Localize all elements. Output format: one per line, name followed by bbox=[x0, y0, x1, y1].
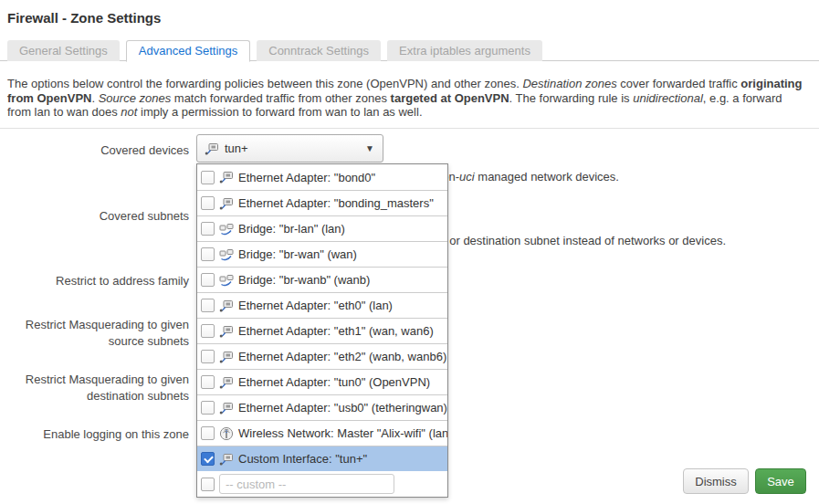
tab-advanced[interactable]: Advanced Settings bbox=[126, 40, 250, 62]
ethernet-icon bbox=[219, 401, 234, 415]
device-option[interactable]: Ethernet Adapter: "bond0" bbox=[197, 164, 447, 190]
device-option[interactable]: Ethernet Adapter: "eth1" (wan, wan6) bbox=[197, 318, 447, 343]
device-checkbox[interactable] bbox=[201, 247, 215, 261]
tab-general[interactable]: General Settings bbox=[7, 40, 120, 61]
device-option[interactable]: Ethernet Adapter: "eth2" (wanb, wanb6) bbox=[197, 343, 447, 369]
intro-text: The options below control the forwarding… bbox=[7, 77, 809, 120]
device-option[interactable]: Ethernet Adapter: "tun0" (OpenVPN) bbox=[197, 369, 447, 394]
custom-device-row[interactable] bbox=[197, 471, 447, 497]
bridge-icon bbox=[219, 273, 234, 288]
device-option-label: Ethernet Adapter: "eth0" (lan) bbox=[238, 299, 393, 312]
chevron-down-icon: ▼ bbox=[365, 143, 374, 153]
device-option-label: Ethernet Adapter: "bond0" bbox=[238, 171, 375, 184]
device-option[interactable]: Bridge: "br-wan" (wan) bbox=[197, 241, 447, 267]
device-option-label: Ethernet Adapter: "tun0" (OpenVPN) bbox=[238, 375, 430, 389]
device-checkbox[interactable] bbox=[201, 222, 215, 236]
section-divider bbox=[0, 128, 819, 129]
label-address-family: Restrict to address family bbox=[0, 273, 189, 289]
device-option[interactable]: Ethernet Adapter: "eth0" (lan) bbox=[197, 292, 447, 318]
device-checkbox[interactable] bbox=[201, 299, 215, 312]
device-option[interactable]: Bridge: "br-wanb" (wanb) bbox=[197, 267, 447, 292]
device-option-label: Ethernet Adapter: "usb0" (tetheringwan) bbox=[238, 401, 447, 415]
device-option[interactable]: Ethernet Adapter: "bonding_masters" bbox=[197, 190, 447, 215]
device-option-label: Ethernet Adapter: "bonding_masters" bbox=[238, 196, 434, 210]
device-checkbox[interactable] bbox=[201, 350, 215, 363]
ethernet-icon bbox=[219, 324, 234, 339]
device-option-label: Bridge: "br-wan" (wan) bbox=[238, 247, 357, 261]
device-option-label: Bridge: "br-wanb" (wanb) bbox=[238, 273, 370, 287]
device-dropdown-list: Ethernet Adapter: "bond0"Ethernet Adapte… bbox=[197, 164, 447, 471]
device-checkbox[interactable] bbox=[201, 426, 215, 440]
ethernet-icon bbox=[219, 196, 234, 211]
device-checkbox[interactable] bbox=[201, 171, 215, 184]
device-option-label: Wireless Network: Master "Alix-wifi" (la… bbox=[238, 426, 447, 440]
firewall-zone-settings-page: Firewall - Zone Settings General Setting… bbox=[0, 0, 819, 504]
ethernet-icon bbox=[219, 375, 234, 390]
page-title: Firewall - Zone Settings bbox=[7, 10, 161, 26]
device-checkbox[interactable] bbox=[201, 401, 215, 415]
device-dropdown: Ethernet Adapter: "bond0"Ethernet Adapte… bbox=[196, 163, 448, 498]
label-masq-destination-subnets: Restrict Masquerading to given destinati… bbox=[0, 372, 189, 404]
label-masq-source-subnets: Restrict Masquerading to given source su… bbox=[0, 317, 189, 350]
device-option-label: Bridge: "br-lan" (lan) bbox=[238, 222, 345, 236]
ethernet-icon bbox=[205, 142, 219, 156]
device-option[interactable]: Wireless Network: Master "Alix-wifi" (la… bbox=[197, 420, 447, 446]
label-covered-subnets: Covered subnets bbox=[0, 208, 189, 225]
bridge-icon bbox=[219, 222, 234, 236]
device-option-label: Custom Interface: "tun+" bbox=[238, 452, 367, 466]
bridge-icon bbox=[219, 247, 234, 262]
custom-device-checkbox[interactable] bbox=[201, 478, 215, 491]
save-button[interactable]: Save bbox=[755, 468, 806, 494]
device-option-label: Ethernet Adapter: "eth1" (wan, wan6) bbox=[238, 324, 434, 338]
device-option[interactable]: Bridge: "br-lan" (lan) bbox=[197, 215, 447, 241]
ethernet-icon bbox=[219, 452, 234, 467]
device-checkbox[interactable] bbox=[201, 324, 215, 338]
device-option[interactable]: Custom Interface: "tun+" bbox=[197, 446, 447, 471]
tab-iptables[interactable]: Extra iptables arguments bbox=[387, 40, 542, 61]
tab-conntrack[interactable]: Conntrack Settings bbox=[257, 40, 381, 61]
dismiss-button[interactable]: Dismiss bbox=[683, 468, 749, 494]
device-checkbox[interactable] bbox=[201, 375, 215, 389]
wifi-icon bbox=[219, 426, 234, 441]
covered-devices-select-value: tun+ bbox=[225, 142, 248, 155]
custom-device-input[interactable] bbox=[219, 474, 394, 494]
label-covered-devices: Covered devices bbox=[0, 142, 189, 159]
label-enable-logging: Enable logging on this zone bbox=[0, 426, 189, 443]
ethernet-icon bbox=[219, 170, 234, 184]
device-checkbox[interactable] bbox=[201, 273, 215, 287]
ethernet-icon bbox=[219, 350, 234, 364]
covered-devices-select[interactable]: tun+ ▼ bbox=[196, 134, 383, 163]
ethernet-icon bbox=[219, 299, 234, 313]
device-option-label: Ethernet Adapter: "eth2" (wanb, wanb6) bbox=[238, 350, 446, 363]
device-checkbox[interactable] bbox=[201, 452, 215, 466]
device-checkbox[interactable] bbox=[201, 196, 215, 210]
device-option[interactable]: Ethernet Adapter: "usb0" (tetheringwan) bbox=[197, 394, 447, 420]
tab-bar: General SettingsAdvanced SettingsConntra… bbox=[7, 40, 542, 62]
